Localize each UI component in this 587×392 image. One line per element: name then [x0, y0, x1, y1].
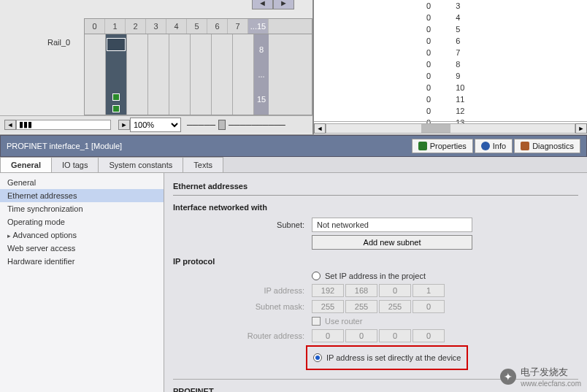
slot-3[interactable]: 3 — [146, 19, 166, 34]
table-row[interactable]: 08 — [423, 58, 486, 70]
hscroll-track[interactable]: ▮▮▮ — [16, 120, 111, 130]
rack-slot-header: 0 1 2 3 4 5 6 7 ...15 — [84, 18, 312, 34]
col-a: 0 — [423, 82, 453, 93]
rack-slot-3[interactable] — [148, 34, 169, 115]
table-row[interactable]: 05 — [423, 23, 486, 35]
col-a: 0 — [423, 47, 453, 58]
watermark: ✦ 电子发烧友 www.elecfans.com — [500, 366, 581, 388]
ethernet-port-icon — [112, 93, 120, 101]
tab-io-tags[interactable]: IO tags — [51, 157, 99, 172]
rack-slot-7[interactable] — [233, 34, 254, 115]
rack-slot-0[interactable] — [85, 34, 106, 115]
add-subnet-button[interactable]: Add new subnet — [312, 235, 472, 250]
table-row[interactable]: 010 — [423, 82, 486, 93]
subheader-interface: Interface networked with — [173, 203, 578, 212]
use-router-label: Use router — [325, 317, 362, 326]
sidebar-item-operating-mode[interactable]: Operating mode — [0, 215, 164, 228]
section-ethernet-addresses: Ethernet addresses — [173, 177, 578, 196]
table-row[interactable]: 06 — [423, 35, 486, 47]
subnet-value[interactable]: Not networked — [312, 218, 472, 232]
scroll-right-icon[interactable]: ► — [575, 123, 587, 134]
zoom-select[interactable]: 100% — [130, 118, 181, 132]
sidebar-item-general[interactable]: General — [0, 176, 164, 189]
use-router-checkbox — [312, 317, 321, 326]
scroll-right-icon[interactable]: ► — [118, 120, 130, 130]
tab-diagnostics[interactable]: Diagnostics — [514, 139, 580, 153]
table-hscroll[interactable]: ◄ ► — [314, 121, 587, 134]
sidebar-item-advanced-options[interactable]: Advanced options — [0, 228, 164, 242]
highlight-annotation: IP address is set directly at the device — [306, 345, 468, 370]
subnet-mask-label: Subnet mask: — [195, 302, 312, 311]
subnet-label: Subnet: — [195, 220, 312, 229]
inspector-title-bar: PROFINET interface_1 [Module] Properties… — [0, 135, 587, 157]
property-form: Ethernet addresses Interface networked w… — [164, 173, 587, 392]
subheader-profinet: PROFINET — [173, 387, 578, 392]
properties-icon — [418, 142, 427, 150]
tab-system-constants[interactable]: System constants — [98, 157, 183, 172]
slot-7[interactable]: 7 — [228, 19, 248, 34]
opt-ip-at-device-label: IP address is set directly at the device — [326, 353, 461, 362]
tab-general[interactable]: General — [0, 157, 52, 172]
plc-module[interactable] — [106, 34, 127, 115]
col-b: 6 — [453, 35, 486, 47]
col-a: 0 — [423, 105, 453, 117]
table-row[interactable]: 04 — [423, 12, 486, 23]
nav-next-icon[interactable]: ► — [273, 0, 294, 9]
table-row[interactable]: 07 — [423, 47, 486, 58]
subnet-mask-field: 2552552550 — [312, 300, 445, 313]
col-b: 3 — [453, 0, 486, 12]
property-tree: GeneralEthernet addressesTime synchroniz… — [0, 173, 164, 392]
slot-4[interactable]: 4 — [166, 19, 187, 34]
property-tabs: General IO tags System constants Texts — [0, 157, 587, 173]
slot-2[interactable]: 2 — [126, 19, 146, 34]
slot-overflow[interactable]: ...15 — [248, 19, 269, 34]
scroll-thumb[interactable] — [421, 124, 450, 133]
col-b: 11 — [453, 93, 486, 105]
table-row[interactable]: 011 — [423, 93, 486, 105]
info-icon — [481, 142, 490, 150]
slot-1[interactable]: 1 — [105, 19, 126, 34]
sidebar-item-hardware-identifier[interactable]: Hardware identifier — [0, 255, 164, 268]
sidebar-item-web-server-access[interactable]: Web server access — [0, 242, 164, 255]
radio-set-ip-project[interactable] — [312, 272, 321, 280]
rail-label: Rail_0 — [47, 38, 70, 47]
col-a: 0 — [423, 23, 453, 35]
tab-info[interactable]: Info — [475, 139, 513, 153]
table-row[interactable]: 012 — [423, 105, 486, 117]
table-row[interactable]: 09 — [423, 70, 486, 82]
scroll-left-icon[interactable]: ◄ — [314, 123, 326, 134]
rack-slot-5[interactable] — [191, 34, 212, 115]
tab-texts[interactable]: Texts — [183, 157, 223, 172]
zoom-slider[interactable]: ─────────────── — [187, 120, 308, 130]
zoom-handle-icon[interactable] — [218, 120, 226, 130]
table-row[interactable]: 03 — [423, 0, 486, 12]
col-a: 0 — [423, 70, 453, 82]
slot-5[interactable]: 5 — [187, 19, 207, 34]
slot-6[interactable]: 6 — [207, 19, 228, 34]
tab-properties[interactable]: Properties — [412, 139, 473, 153]
col-b: 9 — [453, 70, 486, 82]
device-table: 03040506070809010011012013 ◄ ► — [314, 0, 587, 134]
sidebar-item-ethernet-addresses[interactable]: Ethernet addresses — [0, 189, 164, 202]
rack-slot-2[interactable] — [127, 34, 148, 115]
col-b: 7 — [453, 47, 486, 58]
rack-nav-arrows[interactable]: ◄ ► — [252, 0, 294, 9]
rack-slot-6[interactable] — [212, 34, 233, 115]
opt-set-ip-project-label: Set IP address in the project — [325, 272, 426, 280]
slot-0[interactable]: 0 — [85, 19, 105, 34]
col-b: 12 — [453, 105, 486, 117]
nav-prev-icon[interactable]: ◄ — [252, 0, 273, 9]
address-table: 03040506070809010011012013 — [423, 0, 486, 128]
router-address-label: Router address: — [195, 331, 312, 340]
subheader-ip-protocol: IP protocol — [173, 257, 578, 266]
col-a: 0 — [423, 12, 453, 23]
rack-row: 8 ... 15 — [84, 34, 312, 115]
scroll-left-icon[interactable]: ◄ — [4, 120, 16, 130]
top-panel: ◄ ► 0 1 2 3 4 5 6 7 ...15 Rail_0 — [0, 0, 587, 135]
sidebar-item-time-synchronization[interactable]: Time synchronization — [0, 202, 164, 215]
diagnostics-icon — [521, 142, 529, 150]
rack-slot-4[interactable] — [169, 34, 191, 115]
watermark-logo-icon: ✦ — [500, 369, 516, 385]
ip-address-label: IP address: — [195, 286, 312, 295]
radio-ip-at-device[interactable] — [313, 353, 322, 362]
